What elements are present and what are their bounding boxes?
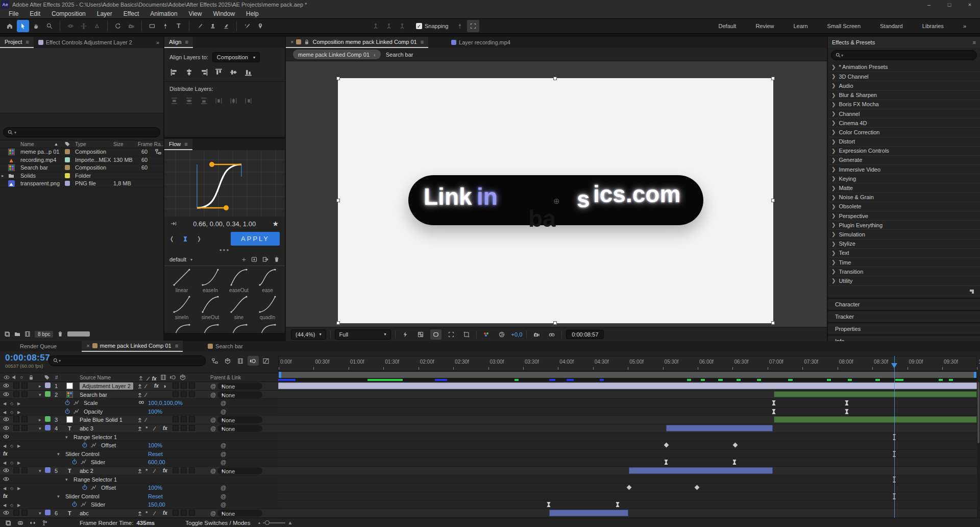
visibility-eye-icon[interactable]: [3, 391, 9, 397]
next-keyframe-icon[interactable]: ▶: [17, 460, 20, 467]
preview-time-value[interactable]: 0:00:08:57: [566, 330, 604, 339]
panel-menu-icon[interactable]: ≡: [185, 39, 188, 45]
property-name[interactable]: Offset: [101, 442, 116, 449]
visibility-eye-icon[interactable]: [3, 416, 9, 422]
canvas-text-ba[interactable]: ba: [528, 205, 556, 232]
track-row[interactable]: [278, 492, 977, 501]
quality-switch-icon[interactable]: ∕: [154, 510, 155, 517]
fast-previews-icon[interactable]: [400, 329, 411, 340]
keyframe-diamond-icon[interactable]: [664, 443, 669, 448]
property-row[interactable]: ◀◇▶Offset100%@: [0, 484, 278, 492]
toggle-inout-columns-icon[interactable]: [30, 520, 36, 526]
property-name[interactable]: Scale: [84, 399, 98, 406]
prev-keyframe-icon[interactable]: ◀: [3, 443, 6, 450]
dolly-camera-tool-icon[interactable]: [91, 20, 103, 32]
maximize-button[interactable]: □: [939, 0, 960, 9]
exposure-value[interactable]: +0,0: [511, 331, 523, 338]
effects-search-input[interactable]: ▾: [831, 50, 977, 60]
rectangle-tool-icon[interactable]: [146, 20, 158, 32]
property-pickwhip-icon[interactable]: @: [220, 442, 226, 449]
keyframe-ease-icon[interactable]: [663, 459, 669, 465]
delete-preset-icon[interactable]: [274, 255, 280, 264]
zoom-out-mountain-icon[interactable]: ▲: [257, 521, 261, 524]
workspace-learn[interactable]: Learn: [783, 23, 817, 29]
frame-blending-icon[interactable]: [235, 356, 246, 366]
orbit-camera-tool-icon[interactable]: [64, 20, 77, 32]
snap-edges-icon[interactable]: [454, 20, 466, 32]
distribute-bottom-icon[interactable]: [200, 97, 208, 105]
track-row[interactable]: [278, 416, 977, 424]
layer-expander-icon[interactable]: ▸: [39, 382, 41, 390]
effect-category[interactable]: ❯Simulation: [828, 229, 980, 238]
crop-region-icon[interactable]: [461, 329, 472, 340]
parent-pickwhip-icon[interactable]: @: [210, 416, 216, 423]
track-row[interactable]: [278, 475, 977, 484]
effect-category[interactable]: ❯Blur & Sharpen: [828, 90, 980, 100]
flow-preset-sine[interactable]: sine: [225, 294, 253, 320]
save-preset-icon[interactable]: [251, 255, 257, 264]
new-animation-preset-icon[interactable]: [969, 289, 975, 295]
stopwatch-icon[interactable]: [71, 459, 78, 465]
composition-mini-flowchart-icon[interactable]: [209, 356, 220, 366]
interpret-footage-icon[interactable]: [4, 331, 10, 337]
label-column-icon[interactable]: [64, 141, 70, 147]
time-ruler[interactable]: 0:00f00:30f01:00f01:30f02:00f02:30f03:00…: [278, 356, 977, 371]
dimension-link-icon[interactable]: [138, 399, 144, 405]
favorite-star-icon[interactable]: ★: [272, 220, 279, 228]
distribute-left-icon[interactable]: [215, 97, 223, 105]
motion-blur-icon[interactable]: [248, 356, 259, 366]
visibility-eye-icon[interactable]: [3, 425, 9, 431]
prev-keyframe-icon[interactable]: ◀: [3, 409, 6, 416]
track-row[interactable]: [278, 391, 977, 399]
blend-mode-icon[interactable]: ◑: [163, 382, 166, 390]
effect-category[interactable]: ❯Transition: [828, 267, 980, 276]
timeline-search-input[interactable]: ▾: [48, 355, 206, 366]
project-row[interactable]: ▲recording.mp4Importe...MEX130 MB60: [0, 156, 163, 164]
effect-category[interactable]: ❯Utility: [828, 276, 980, 285]
tab-align[interactable]: Align ≡: [164, 37, 193, 48]
mask-visibility-icon[interactable]: [430, 329, 442, 340]
keyframe-ease-icon[interactable]: [844, 400, 850, 406]
new-folder-icon[interactable]: [14, 331, 20, 337]
canvas-text-link[interactable]: Link: [424, 183, 472, 210]
project-item-name[interactable]: transparent.png: [20, 180, 69, 186]
keyframe-ease-icon[interactable]: [731, 459, 738, 465]
effect-name[interactable]: Slider Control: [65, 493, 100, 500]
exposure-icon[interactable]: [496, 329, 507, 340]
selection-handle[interactable]: [553, 77, 557, 80]
property-group-name[interactable]: Range Selector 1: [74, 476, 117, 483]
track-row[interactable]: [278, 509, 977, 518]
next-keyframe-icon[interactable]: ▶: [17, 485, 20, 492]
align-center-horizontal-icon[interactable]: [185, 68, 193, 76]
menu-composition[interactable]: Composition: [46, 10, 91, 17]
quality-switch-icon[interactable]: ∕: [145, 416, 146, 423]
parent-pickwhip-icon[interactable]: @: [210, 382, 216, 390]
value-graph-icon[interactable]: [80, 501, 86, 507]
keyframe-diamond-icon[interactable]: [733, 443, 738, 448]
add-keyframe-icon[interactable]: ◇: [10, 443, 13, 450]
workspace-libraries[interactable]: Libraries: [913, 23, 953, 29]
layer-name[interactable]: Pale Blue Solid 1: [80, 416, 122, 423]
property-row[interactable]: ◀◇▶Scale100,0,100,0%@: [0, 399, 278, 408]
flow-preset-partial[interactable]: [225, 322, 253, 333]
column-frame-rate[interactable]: Frame Ra..: [138, 141, 163, 147]
visibility-eye-icon[interactable]: [3, 382, 9, 389]
property-name[interactable]: Slider: [91, 501, 105, 508]
layer-row[interactable]: ▾5Tabc 2*∕fx@None▾: [0, 467, 278, 475]
group-expander-icon[interactable]: ▾: [57, 450, 60, 458]
draft-3d-icon[interactable]: [222, 356, 233, 366]
layer-duration-bar[interactable]: [629, 467, 773, 474]
source-name-column[interactable]: Source Name: [80, 375, 111, 380]
align-right-icon[interactable]: [200, 68, 208, 76]
work-area-start-handle[interactable]: [279, 372, 281, 378]
layer-row[interactable]: ▾6Tabc*∕fx@None▾: [0, 509, 278, 518]
quality-switch-icon[interactable]: ∕: [154, 425, 155, 432]
timeline-zoom-control[interactable]: ▲ ▲: [257, 520, 292, 525]
effects-switch-icon[interactable]: fx: [163, 510, 167, 517]
flow-preset-partial[interactable]: [196, 322, 225, 333]
prev-keyframe-icon[interactable]: ◀: [3, 502, 6, 509]
stopwatch-icon[interactable]: [64, 408, 70, 414]
property-pickwhip-icon[interactable]: @: [220, 450, 226, 458]
breadcrumb-comp-button[interactable]: meme pack Linked Comp 01 ‹: [293, 50, 381, 59]
flow-preset-linear[interactable]: linear: [167, 267, 196, 293]
